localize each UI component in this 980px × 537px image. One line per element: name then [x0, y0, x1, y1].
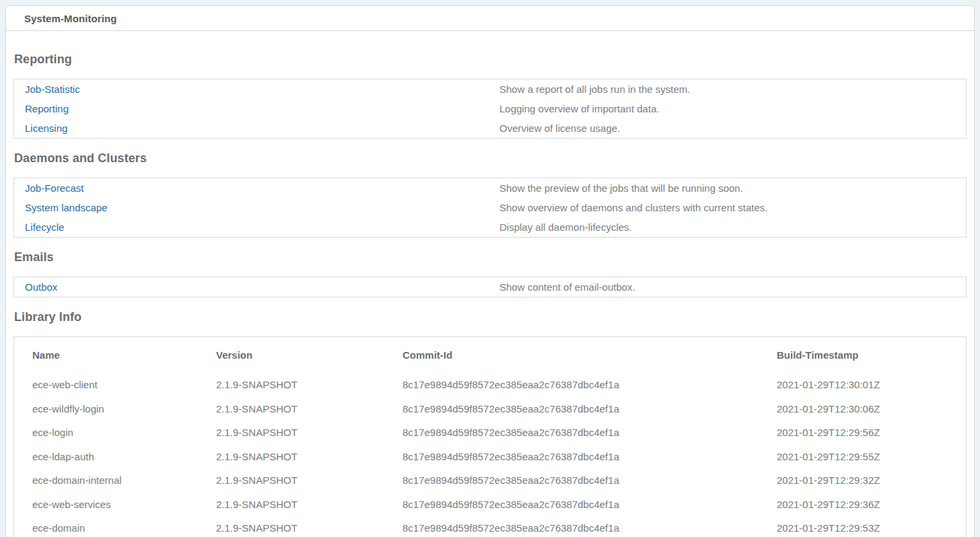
link-job-statistic[interactable]: Job-Statistic	[25, 79, 80, 99]
library-info-table: Name Version Commit-Id Build-Timestamp e…	[13, 336, 967, 537]
cell-version: 2.1.9-SNAPSHOT	[216, 468, 403, 493]
cell-version: 2.1.9-SNAPSHOT	[216, 445, 403, 469]
section-heading-library-info: Library Info	[14, 310, 966, 324]
cell-build-timestamp: 2021-01-29T12:29:32Z	[777, 468, 948, 493]
link-description: Show content of email-outbox.	[499, 277, 955, 297]
link-job-forecast[interactable]: Job-Forecast	[25, 178, 84, 198]
cell-name: ece-domain	[32, 516, 216, 537]
link-outbox[interactable]: Outbox	[25, 277, 57, 297]
daemons-link-table: Job-Forecast Show the preview of the job…	[13, 178, 967, 238]
cell-version: 2.1.9-SNAPSHOT	[216, 516, 403, 537]
cell-name: ece-wildfly-login	[32, 397, 216, 421]
link-description: Show a report of all jobs run in the sys…	[499, 79, 955, 99]
link-reporting[interactable]: Reporting	[25, 99, 69, 118]
link-description: Display all daemon-lifecycles.	[499, 217, 955, 237]
table-row: ece-domain 2.1.9-SNAPSHOT 8c17e9894d59f8…	[32, 516, 948, 537]
library-table-header: Name Version Commit-Id Build-Timestamp	[32, 337, 948, 373]
section-heading-daemons-and-clusters: Daemons and Clusters	[14, 151, 966, 166]
table-row: System landscape Show overview of daemon…	[25, 198, 955, 217]
panel-body: Reporting Job-Statistic Show a report of…	[6, 31, 974, 537]
section-heading-reporting: Reporting	[14, 52, 966, 67]
column-header-name: Name	[32, 349, 216, 362]
link-description: Overview of license usage.	[499, 118, 955, 138]
system-monitoring-panel: System-Monitoring Reporting Job-Statisti…	[5, 5, 975, 537]
table-row: Reporting Logging overview of important …	[25, 99, 955, 118]
table-row: Lifecycle Display all daemon-lifecycles.	[25, 217, 955, 237]
cell-commit-id: 8c17e9894d59f8572ec385eaa2c76387dbc4ef1a	[403, 468, 777, 493]
cell-version: 2.1.9-SNAPSHOT	[216, 421, 403, 445]
cell-commit-id: 8c17e9894d59f8572ec385eaa2c76387dbc4ef1a	[403, 493, 777, 517]
page-title: System-Monitoring	[6, 6, 974, 31]
section-heading-emails: Emails	[14, 250, 966, 264]
link-description: Logging overview of important data.	[499, 99, 955, 118]
link-description: Show overview of daemons and clusters wi…	[499, 198, 955, 217]
table-row: ece-web-client 2.1.9-SNAPSHOT 8c17e9894d…	[32, 373, 948, 397]
cell-commit-id: 8c17e9894d59f8572ec385eaa2c76387dbc4ef1a	[403, 445, 777, 469]
table-row: ece-domain-internal 2.1.9-SNAPSHOT 8c17e…	[32, 468, 948, 493]
cell-version: 2.1.9-SNAPSHOT	[216, 493, 403, 517]
cell-name: ece-login	[32, 421, 216, 445]
table-row: ece-wildfly-login 2.1.9-SNAPSHOT 8c17e98…	[32, 397, 948, 421]
cell-build-timestamp: 2021-01-29T12:29:53Z	[777, 516, 948, 537]
table-row: Job-Statistic Show a report of all jobs …	[25, 79, 955, 99]
link-licensing[interactable]: Licensing	[25, 118, 67, 138]
reporting-link-table: Job-Statistic Show a report of all jobs …	[13, 79, 967, 139]
cell-build-timestamp: 2021-01-29T12:30:01Z	[777, 373, 948, 397]
table-row: ece-login 2.1.9-SNAPSHOT 8c17e9894d59f85…	[32, 421, 948, 445]
cell-name: ece-ldap-auth	[32, 445, 216, 469]
link-lifecycle[interactable]: Lifecycle	[25, 217, 64, 237]
column-header-commit-id: Commit-Id	[403, 349, 777, 362]
cell-build-timestamp: 2021-01-29T12:29:55Z	[777, 445, 948, 469]
cell-name: ece-web-client	[32, 373, 216, 397]
table-row: ece-ldap-auth 2.1.9-SNAPSHOT 8c17e9894d5…	[32, 445, 948, 469]
cell-version: 2.1.9-SNAPSHOT	[216, 373, 403, 397]
table-row: Outbox Show content of email-outbox.	[25, 277, 955, 297]
column-header-build-timestamp: Build-Timestamp	[777, 349, 948, 362]
cell-commit-id: 8c17e9894d59f8572ec385eaa2c76387dbc4ef1a	[403, 421, 777, 445]
cell-commit-id: 8c17e9894d59f8572ec385eaa2c76387dbc4ef1a	[403, 373, 777, 397]
link-description: Show the preview of the jobs that will b…	[499, 178, 955, 198]
cell-build-timestamp: 2021-01-29T12:29:36Z	[777, 493, 948, 517]
table-row: Licensing Overview of license usage.	[25, 118, 955, 138]
cell-version: 2.1.9-SNAPSHOT	[216, 397, 403, 421]
table-row: Job-Forecast Show the preview of the job…	[25, 178, 955, 198]
emails-link-table: Outbox Show content of email-outbox.	[13, 277, 967, 297]
cell-commit-id: 8c17e9894d59f8572ec385eaa2c76387dbc4ef1a	[403, 516, 777, 537]
cell-build-timestamp: 2021-01-29T12:29:56Z	[777, 421, 948, 445]
column-header-version: Version	[216, 349, 403, 362]
cell-commit-id: 8c17e9894d59f8572ec385eaa2c76387dbc4ef1a	[403, 397, 777, 421]
cell-name: ece-domain-internal	[32, 468, 216, 493]
cell-build-timestamp: 2021-01-29T12:30:06Z	[777, 397, 948, 421]
cell-name: ece-web-services	[32, 493, 216, 517]
link-system-landscape[interactable]: System landscape	[25, 198, 108, 217]
table-row: ece-web-services 2.1.9-SNAPSHOT 8c17e989…	[32, 493, 948, 517]
